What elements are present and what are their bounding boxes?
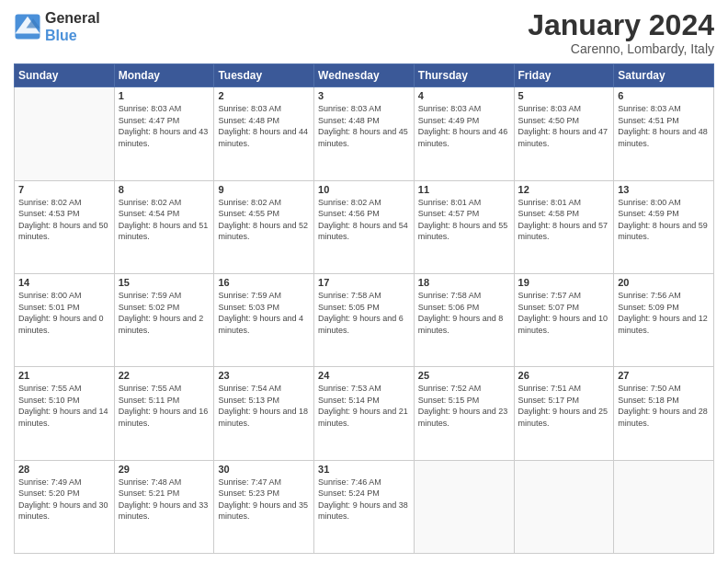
week-row: 7Sunrise: 8:02 AMSunset: 4:53 PMDaylight… <box>15 180 714 273</box>
logo-icon <box>14 13 41 40</box>
day-number: 11 <box>418 184 510 195</box>
day-number: 26 <box>518 370 610 381</box>
day-number: 27 <box>618 370 710 381</box>
weekday-header: Wednesday <box>314 64 415 87</box>
day-detail: Sunrise: 7:49 AMSunset: 5:20 PMDaylight:… <box>18 477 110 523</box>
day-number: 19 <box>518 277 610 288</box>
day-cell: 10Sunrise: 8:02 AMSunset: 4:56 PMDayligh… <box>314 180 415 273</box>
day-cell: 16Sunrise: 7:59 AMSunset: 5:03 PMDayligh… <box>214 273 314 366</box>
day-detail: Sunrise: 7:54 AMSunset: 5:13 PMDaylight:… <box>218 383 310 429</box>
day-cell: 22Sunrise: 7:55 AMSunset: 5:11 PMDayligh… <box>114 367 214 460</box>
day-cell: 3Sunrise: 8:03 AMSunset: 4:48 PMDaylight… <box>314 87 415 180</box>
day-cell: 20Sunrise: 7:56 AMSunset: 5:09 PMDayligh… <box>614 273 714 366</box>
day-number: 24 <box>318 370 410 381</box>
day-cell: 11Sunrise: 8:01 AMSunset: 4:57 PMDayligh… <box>414 180 514 273</box>
day-cell: 19Sunrise: 7:57 AMSunset: 5:07 PMDayligh… <box>514 273 614 366</box>
day-cell: 13Sunrise: 8:00 AMSunset: 4:59 PMDayligh… <box>614 180 714 273</box>
day-number: 23 <box>218 370 310 381</box>
day-number: 7 <box>18 184 110 195</box>
day-detail: Sunrise: 8:03 AMSunset: 4:47 PMDaylight:… <box>119 103 210 149</box>
day-number: 12 <box>518 184 610 195</box>
day-cell <box>614 460 714 553</box>
day-cell: 5Sunrise: 8:03 AMSunset: 4:50 PMDaylight… <box>514 87 614 180</box>
day-cell: 26Sunrise: 7:51 AMSunset: 5:17 PMDayligh… <box>514 367 614 460</box>
day-number: 14 <box>18 277 110 288</box>
day-cell <box>15 87 115 180</box>
day-number: 10 <box>318 184 410 195</box>
calendar-header-row: SundayMondayTuesdayWednesdayThursdayFrid… <box>15 64 714 87</box>
title-block: January 2024 Carenno, Lombardy, Italy <box>528 9 714 56</box>
day-cell: 18Sunrise: 7:58 AMSunset: 5:06 PMDayligh… <box>414 273 514 366</box>
day-detail: Sunrise: 7:47 AMSunset: 5:23 PMDaylight:… <box>218 477 310 523</box>
day-cell <box>514 460 614 553</box>
day-cell: 17Sunrise: 7:58 AMSunset: 5:05 PMDayligh… <box>314 273 415 366</box>
logo: General Blue <box>14 9 100 44</box>
day-number: 15 <box>119 277 210 288</box>
day-cell: 12Sunrise: 8:01 AMSunset: 4:58 PMDayligh… <box>514 180 614 273</box>
day-cell: 31Sunrise: 7:46 AMSunset: 5:24 PMDayligh… <box>314 460 415 553</box>
day-number: 5 <box>518 90 610 101</box>
day-detail: Sunrise: 8:03 AMSunset: 4:48 PMDaylight:… <box>318 103 410 149</box>
day-number: 16 <box>218 277 310 288</box>
day-detail: Sunrise: 8:02 AMSunset: 4:56 PMDaylight:… <box>318 197 410 243</box>
day-detail: Sunrise: 7:50 AMSunset: 5:18 PMDaylight:… <box>618 383 710 429</box>
day-detail: Sunrise: 7:51 AMSunset: 5:17 PMDaylight:… <box>518 383 610 429</box>
day-detail: Sunrise: 7:58 AMSunset: 5:06 PMDaylight:… <box>418 290 510 336</box>
week-row: 21Sunrise: 7:55 AMSunset: 5:10 PMDayligh… <box>15 367 714 460</box>
day-cell: 9Sunrise: 8:02 AMSunset: 4:55 PMDaylight… <box>214 180 314 273</box>
day-cell <box>414 460 514 553</box>
day-detail: Sunrise: 8:02 AMSunset: 4:53 PMDaylight:… <box>18 197 110 243</box>
day-number: 30 <box>218 464 310 475</box>
day-number: 9 <box>218 184 310 195</box>
day-cell: 2Sunrise: 8:03 AMSunset: 4:48 PMDaylight… <box>214 87 314 180</box>
day-number: 20 <box>618 277 710 288</box>
page: General Blue January 2024 Carenno, Lomba… <box>0 0 728 563</box>
day-detail: Sunrise: 7:48 AMSunset: 5:21 PMDaylight:… <box>119 477 210 523</box>
weekday-header: Sunday <box>15 64 115 87</box>
day-detail: Sunrise: 7:59 AMSunset: 5:02 PMDaylight:… <box>119 290 210 336</box>
day-cell: 1Sunrise: 8:03 AMSunset: 4:47 PMDaylight… <box>114 87 214 180</box>
day-cell: 25Sunrise: 7:52 AMSunset: 5:15 PMDayligh… <box>414 367 514 460</box>
day-cell: 24Sunrise: 7:53 AMSunset: 5:14 PMDayligh… <box>314 367 415 460</box>
day-detail: Sunrise: 7:46 AMSunset: 5:24 PMDaylight:… <box>318 477 410 523</box>
day-number: 17 <box>318 277 410 288</box>
day-number: 31 <box>318 464 410 475</box>
day-detail: Sunrise: 7:55 AMSunset: 5:10 PMDaylight:… <box>18 383 110 429</box>
day-number: 6 <box>618 90 710 101</box>
day-cell: 27Sunrise: 7:50 AMSunset: 5:18 PMDayligh… <box>614 367 714 460</box>
day-detail: Sunrise: 8:03 AMSunset: 4:50 PMDaylight:… <box>518 103 610 149</box>
day-number: 13 <box>618 184 710 195</box>
day-number: 4 <box>418 90 510 101</box>
logo-text: General Blue <box>45 9 100 44</box>
weekday-header: Monday <box>114 64 214 87</box>
day-detail: Sunrise: 8:00 AMSunset: 4:59 PMDaylight:… <box>618 197 710 243</box>
day-detail: Sunrise: 7:53 AMSunset: 5:14 PMDaylight:… <box>318 383 410 429</box>
day-number: 2 <box>218 90 310 101</box>
logo-line2: Blue <box>45 27 100 44</box>
logo-line1: General <box>45 9 100 27</box>
weekday-header: Thursday <box>414 64 514 87</box>
day-detail: Sunrise: 7:58 AMSunset: 5:05 PMDaylight:… <box>318 290 410 336</box>
week-row: 28Sunrise: 7:49 AMSunset: 5:20 PMDayligh… <box>15 460 714 553</box>
day-cell: 23Sunrise: 7:54 AMSunset: 5:13 PMDayligh… <box>214 367 314 460</box>
day-cell: 6Sunrise: 8:03 AMSunset: 4:51 PMDaylight… <box>614 87 714 180</box>
day-cell: 15Sunrise: 7:59 AMSunset: 5:02 PMDayligh… <box>114 273 214 366</box>
day-detail: Sunrise: 7:55 AMSunset: 5:11 PMDaylight:… <box>119 383 210 429</box>
day-cell: 30Sunrise: 7:47 AMSunset: 5:23 PMDayligh… <box>214 460 314 553</box>
day-number: 3 <box>318 90 410 101</box>
day-cell: 29Sunrise: 7:48 AMSunset: 5:21 PMDayligh… <box>114 460 214 553</box>
day-number: 25 <box>418 370 510 381</box>
weekday-header: Friday <box>514 64 614 87</box>
day-detail: Sunrise: 8:03 AMSunset: 4:49 PMDaylight:… <box>418 103 510 149</box>
day-detail: Sunrise: 7:56 AMSunset: 5:09 PMDaylight:… <box>618 290 710 336</box>
day-detail: Sunrise: 8:01 AMSunset: 4:58 PMDaylight:… <box>518 197 610 243</box>
day-cell: 28Sunrise: 7:49 AMSunset: 5:20 PMDayligh… <box>15 460 115 553</box>
day-detail: Sunrise: 8:03 AMSunset: 4:48 PMDaylight:… <box>218 103 310 149</box>
month-title: January 2024 <box>528 9 714 41</box>
day-number: 18 <box>418 277 510 288</box>
weekday-header: Tuesday <box>214 64 314 87</box>
day-number: 28 <box>18 464 110 475</box>
week-row: 1Sunrise: 8:03 AMSunset: 4:47 PMDaylight… <box>15 87 714 180</box>
calendar-table: SundayMondayTuesdayWednesdayThursdayFrid… <box>14 63 714 554</box>
day-detail: Sunrise: 8:00 AMSunset: 5:01 PMDaylight:… <box>18 290 110 336</box>
